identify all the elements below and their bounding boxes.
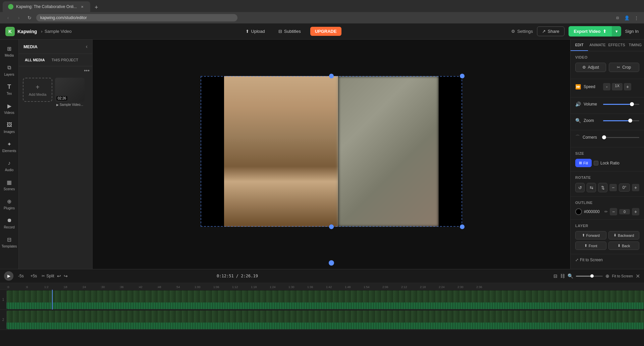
sidebar-item-record[interactable]: ⏺ Record — [1, 214, 18, 232]
skip-forward-btn[interactable]: +5s — [29, 272, 39, 280]
tab-effects[interactable]: EFFECTS — [607, 40, 626, 51]
speed-plus-btn[interactable]: + — [624, 83, 631, 90]
volume-slider[interactable] — [603, 104, 639, 105]
sidebar-item-scenes[interactable]: ▦ Scenes — [1, 176, 18, 194]
split-btn[interactable]: ✂ Split — [42, 274, 54, 278]
sidebar-item-audio[interactable]: ♪ Audio — [1, 157, 18, 175]
fit-screen-timeline-btn[interactable]: Fit to Screen — [612, 274, 633, 278]
sidebar-label-audio: Audio — [5, 168, 14, 172]
settings-icon[interactable]: ⋮ — [633, 14, 640, 21]
media-item[interactable]: 02:26 ▶ Sample Video... — [55, 78, 85, 107]
backward-btn[interactable]: ⬇ Backward — [608, 231, 640, 239]
corners-thumb[interactable] — [602, 135, 606, 139]
selection-handle-top-right[interactable] — [460, 74, 465, 78]
extensions-icon[interactable]: ⧈ — [614, 14, 621, 21]
sidebar-label-layers: Layers — [4, 73, 14, 76]
signin-btn[interactable]: Sign In — [625, 29, 639, 34]
main-content: ⊞ Media ⧉ Layers T Tex ▶ Videos 🖼 Images… — [0, 40, 644, 269]
tab-timing[interactable]: TIMING — [627, 40, 644, 51]
forward-btn[interactable]: ⬆ Forward — [575, 231, 606, 239]
breadcrumb-project[interactable]: Sample Video — [45, 29, 72, 34]
outline-plus-btn[interactable]: + — [632, 208, 639, 215]
zoom-thumb[interactable] — [628, 119, 632, 123]
forward-btn[interactable]: › — [15, 14, 23, 22]
export-dropdown-btn[interactable]: ▾ — [612, 26, 621, 37]
layer-section: LAYER ⬆ Forward ⬇ Backward ⬆ Front — [571, 220, 644, 254]
tab-animate[interactable]: ANIMATE — [588, 40, 607, 51]
sidebar-item-elements[interactable]: ✦ Elements — [1, 138, 18, 155]
play-btn[interactable]: ▶ — [4, 271, 13, 281]
flip-h-btn[interactable]: ⇆ — [587, 183, 596, 192]
media-thumb[interactable]: 02:26 — [55, 78, 85, 102]
sidebar-item-plugins[interactable]: ⊕ Plugins — [1, 195, 18, 213]
selection-handle-top[interactable] — [329, 74, 334, 78]
track-clip-1[interactable] — [7, 290, 644, 309]
active-tab[interactable]: Kapwing: The Collaborative Onli... ✕ — [3, 1, 90, 12]
crop-btn[interactable]: ✂ Crop — [609, 63, 640, 72]
close-timeline-btn[interactable]: ✕ — [636, 273, 640, 279]
undo-btn[interactable]: ↩ — [57, 273, 61, 279]
profile-icon[interactable]: 👤 — [623, 14, 631, 21]
link-icon[interactable]: ⛓ — [560, 273, 565, 279]
fit-to-screen-btn[interactable]: ⤢ Fit to Screen — [575, 258, 603, 262]
track-clip-2[interactable] — [7, 310, 644, 329]
more-options-btn[interactable]: ••• — [84, 68, 90, 74]
share-btn[interactable]: ↗ Share — [537, 26, 565, 36]
logo-icon: K — [5, 27, 15, 36]
subtitles-btn[interactable]: ⊟ Subtitles — [274, 27, 305, 36]
media-collapse-btn[interactable]: ‹ — [86, 44, 88, 50]
ruler-mark: :0 — [7, 283, 25, 289]
zoom-timeline-slider[interactable] — [576, 276, 603, 277]
rotate-ccw-btn[interactable]: ↺ — [575, 183, 585, 192]
sidebar-item-text[interactable]: T Tex — [1, 80, 18, 98]
upload-btn[interactable]: ⬆ Upload — [241, 27, 269, 36]
edit-color-icon[interactable]: ✏ — [604, 209, 608, 214]
rotate-plus-btn[interactable]: + — [632, 184, 639, 191]
video-btn-row: ⚙ Adjust ✂ Crop — [575, 63, 639, 72]
outline-color-swatch[interactable] — [575, 208, 582, 215]
new-tab-btn[interactable]: + — [92, 3, 101, 12]
add-media-btn[interactable]: + Add Media — [23, 78, 52, 102]
sidebar-item-images[interactable]: 🖼 Images — [1, 119, 18, 136]
upgrade-btn[interactable]: UPGRADE — [310, 27, 341, 36]
sidebar-item-templates[interactable]: ⊟ Templates — [1, 233, 18, 251]
back-btn[interactable]: ‹ — [4, 14, 12, 22]
storyboard-icon[interactable]: ⊟ — [553, 273, 557, 279]
export-btn[interactable]: Export Video ⬆ — [569, 26, 612, 37]
volume-thumb[interactable] — [630, 102, 634, 106]
selection-handle-bottom-right[interactable] — [460, 224, 465, 229]
back-btn[interactable]: ⬇ Back — [608, 241, 640, 250]
fill-btn[interactable]: ⊠ Fill — [575, 159, 592, 167]
front-btn[interactable]: ⬆ Front — [575, 241, 606, 250]
sidebar-item-layers[interactable]: ⧉ Layers — [1, 61, 18, 79]
video-frame[interactable] — [201, 76, 462, 227]
sidebar-item-media[interactable]: ⊞ Media — [1, 42, 18, 60]
outline-minus-btn[interactable]: − — [610, 208, 617, 215]
zoom-slider[interactable] — [603, 120, 639, 121]
redo-btn[interactable]: ↪ — [64, 273, 68, 279]
corners-slider[interactable] — [602, 137, 639, 138]
settings-btn[interactable]: ⚙ Settings — [511, 29, 533, 34]
crop-icon: ✂ — [617, 65, 620, 70]
address-bar[interactable]: kapwing.com/studio/editor — [36, 14, 237, 21]
lock-ratio-checkbox[interactable] — [594, 161, 598, 165]
zoom-search-icon[interactable]: 🔍 — [568, 273, 573, 279]
media-duration: 02:26 — [56, 96, 67, 100]
flip-v-btn[interactable]: ⇅ — [598, 183, 607, 192]
refresh-btn[interactable]: ↻ — [25, 14, 34, 22]
rotate-minus-btn[interactable]: − — [609, 184, 617, 191]
back-icon: ⬇ — [618, 244, 621, 248]
selection-handle-bottom[interactable] — [329, 224, 334, 229]
tab-edit[interactable]: EDIT — [571, 40, 588, 51]
playhead-indicator — [329, 260, 334, 266]
speed-minus-btn[interactable]: - — [603, 83, 610, 90]
sidebar-item-videos[interactable]: ▶ Videos — [1, 99, 18, 117]
zoom-timeline-thumb[interactable] — [590, 274, 594, 278]
skip-back-btn[interactable]: -5s — [16, 272, 26, 280]
adjust-btn[interactable]: ⚙ Adjust — [575, 63, 606, 72]
media-tab-all[interactable]: ALL MEDIA — [23, 57, 47, 63]
media-tab-project[interactable]: THIS PROJECT — [50, 57, 80, 63]
zoom-expand-icon[interactable]: ⊕ — [605, 273, 609, 279]
tab-close-btn[interactable]: ✕ — [79, 4, 85, 9]
speed-icon: ⏩ — [575, 84, 581, 89]
